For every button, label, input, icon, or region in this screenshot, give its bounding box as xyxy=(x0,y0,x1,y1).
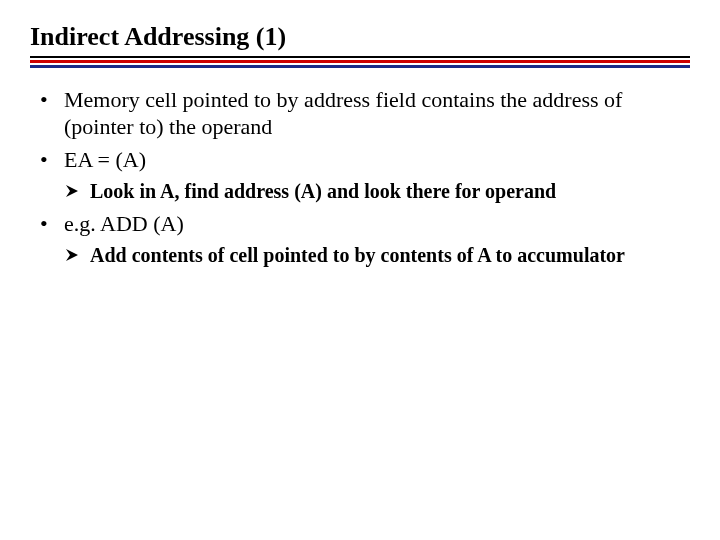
bullet-item: • Memory cell pointed to by address fiel… xyxy=(40,86,690,140)
bullet-text: e.g. ADD (A) xyxy=(64,210,690,237)
content-area: • Memory cell pointed to by address fiel… xyxy=(40,86,690,268)
divider-blue xyxy=(30,65,690,68)
bullet-item: • e.g. ADD (A) xyxy=(40,210,690,237)
slide-title: Indirect Addressing (1) xyxy=(30,22,690,58)
sub-bullet-text: Add contents of cell pointed to by conte… xyxy=(90,243,690,268)
sub-bullet-item: Add contents of cell pointed to by conte… xyxy=(64,243,690,268)
arrow-icon xyxy=(64,243,90,268)
bullet-marker: • xyxy=(40,146,64,173)
bullet-marker: • xyxy=(40,86,64,140)
bullet-text: EA = (A) xyxy=(64,146,690,173)
bullet-item: • EA = (A) xyxy=(40,146,690,173)
bullet-text: Memory cell pointed to by address field … xyxy=(64,86,690,140)
sub-bullet-item: Look in A, find address (A) and look the… xyxy=(64,179,690,204)
arrow-icon xyxy=(64,179,90,204)
bullet-marker: • xyxy=(40,210,64,237)
sub-bullet-text: Look in A, find address (A) and look the… xyxy=(90,179,690,204)
divider-red xyxy=(30,60,690,63)
